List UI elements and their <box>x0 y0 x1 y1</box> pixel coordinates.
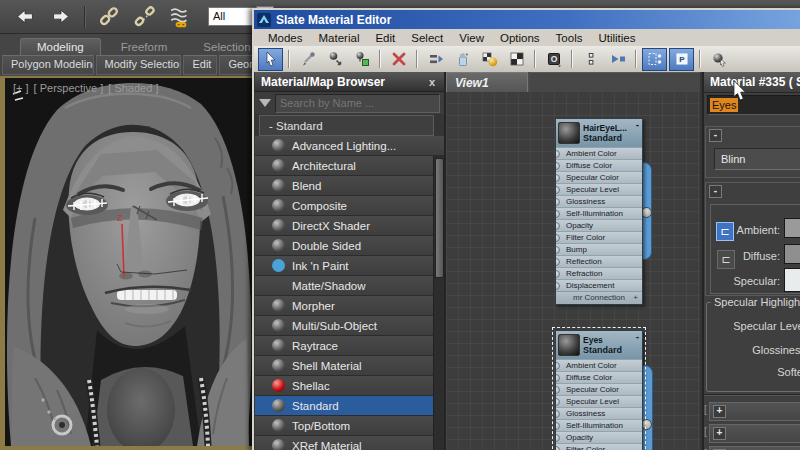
assign-material-to-selection-button[interactable] <box>349 48 374 71</box>
menu-item[interactable]: Utilities <box>590 32 643 44</box>
delete-selected-button[interactable] <box>386 48 411 71</box>
browser-item[interactable]: Shellac <box>255 376 444 396</box>
browser-item[interactable]: Raytrace <box>255 336 444 356</box>
node-input-slot[interactable]: Ambient Color <box>556 359 642 371</box>
undo-button[interactable] <box>10 4 40 30</box>
node-input-slot[interactable]: Self-Illumination <box>556 207 642 219</box>
expand-rollout-button[interactable]: + <box>713 405 726 418</box>
input-socket-icon[interactable] <box>556 422 560 430</box>
redo-button[interactable] <box>46 4 76 30</box>
collapsed-rollout-1[interactable]: + <box>709 402 800 421</box>
input-socket-icon[interactable] <box>556 198 560 206</box>
collapsed-rollout-2[interactable]: + <box>709 424 800 443</box>
input-socket-icon[interactable] <box>556 186 560 194</box>
hide-unused-nodeslots-toggle[interactable] <box>642 48 667 71</box>
show-map-in-viewport-button[interactable]: O <box>541 48 566 71</box>
menu-item[interactable]: Tools <box>548 32 591 44</box>
node-input-slot[interactable]: Opacity <box>556 431 642 443</box>
perspective-viewport[interactable]: [+ ][ Perspective ][ Shaded ] <box>0 76 252 450</box>
input-socket-icon[interactable] <box>556 362 560 370</box>
ribbon-panel-button[interactable]: Edit <box>183 55 217 75</box>
hair-node-header[interactable]: HairEyeL... Standard - <box>556 119 642 147</box>
browser-item[interactable]: Matte/Shadow <box>255 276 444 296</box>
close-icon[interactable]: x <box>426 76 438 88</box>
menu-item[interactable]: Material <box>311 32 368 44</box>
input-socket-icon[interactable] <box>556 150 560 158</box>
menu-item[interactable]: Edit <box>367 32 403 44</box>
node-input-slot[interactable]: Diffuse Color <box>556 371 642 383</box>
ambient-color-swatch[interactable] <box>784 218 800 238</box>
input-socket-icon[interactable] <box>556 398 560 406</box>
browser-item[interactable]: DirectX Shader <box>255 216 444 236</box>
node-input-slot[interactable]: Displacement <box>556 279 642 291</box>
input-socket-icon[interactable] <box>556 386 560 394</box>
node-input-slot[interactable]: Bump <box>556 243 642 255</box>
browser-item[interactable]: Multi/Sub-Object <box>255 316 444 336</box>
input-socket-icon[interactable] <box>556 446 560 450</box>
node-input-slot[interactable]: Filter Color <box>556 443 642 450</box>
node-input-slot[interactable]: Ambient Color <box>556 147 642 159</box>
browser-item[interactable]: Blend <box>255 176 444 196</box>
unlink-selection-icon[interactable] <box>130 4 160 30</box>
move-children-button[interactable] <box>423 48 448 71</box>
menu-item[interactable]: Modes <box>260 32 311 44</box>
browser-item[interactable]: Shell Material <box>255 356 444 376</box>
select-and-link-icon[interactable] <box>94 4 124 30</box>
show-background-button[interactable] <box>504 48 529 71</box>
input-socket-icon[interactable] <box>556 374 560 382</box>
node-input-slot[interactable]: Refraction <box>556 267 642 279</box>
node-input-slot[interactable]: Reflection <box>556 255 642 267</box>
eyes-node-header[interactable]: Eyes Standard - <box>556 331 642 359</box>
ribbon-panel-button[interactable]: Modify Selection <box>96 55 182 75</box>
browser-item[interactable]: Morpher <box>255 296 444 316</box>
menu-item[interactable]: Options <box>492 32 548 44</box>
browser-group-standard[interactable]: - Standard <box>259 115 434 136</box>
input-socket-icon[interactable] <box>556 162 560 170</box>
shader-type-dropdown[interactable]: Blinn <box>714 148 800 170</box>
browser-item[interactable]: Architectural <box>255 156 444 176</box>
selection-filter-value[interactable]: All <box>208 7 256 26</box>
viewport-label-segment[interactable]: [ Shaded ] <box>108 82 158 94</box>
browser-header[interactable]: Material/Map Browser x <box>255 72 444 92</box>
expand-rollout-button[interactable]: + <box>713 427 726 440</box>
browser-item[interactable]: Standard <box>255 396 444 416</box>
viewport-label-segment[interactable]: [+ ] <box>13 82 29 94</box>
parameter-editor-toggle[interactable]: P <box>669 48 694 71</box>
shader-rollout-collapse-button[interactable]: - <box>709 129 722 142</box>
bind-to-space-warp-icon[interactable] <box>166 4 196 30</box>
diffuse-color-swatch[interactable] <box>784 244 800 264</box>
select-tool-button[interactable] <box>258 48 283 71</box>
input-socket-icon[interactable] <box>556 258 560 266</box>
node-input-slot[interactable]: Filter Color <box>556 231 642 243</box>
collapsed-rollout-3[interactable]: + <box>709 446 800 450</box>
mr-connection-rollup[interactable]: mr Connection + <box>556 291 642 304</box>
ribbon-tab[interactable]: Modeling <box>20 38 101 55</box>
browser-item[interactable]: Advanced Lighting... <box>255 136 444 156</box>
node-input-slot[interactable]: Specular Level <box>556 183 642 195</box>
input-socket-icon[interactable] <box>556 410 560 418</box>
ribbon-tab[interactable]: Freeform <box>105 39 184 55</box>
material-name-field[interactable]: Eyes <box>707 95 800 115</box>
node-input-slot[interactable]: Specular Color <box>556 171 642 183</box>
specular-color-swatch[interactable] <box>784 268 800 292</box>
search-input[interactable] <box>275 94 440 113</box>
browser-scrollbar[interactable] <box>433 156 444 450</box>
input-socket-icon[interactable] <box>556 282 560 290</box>
input-socket-icon[interactable] <box>556 234 560 242</box>
browser-item[interactable]: Ink 'n Paint <box>255 256 444 276</box>
show-shaded-material-in-viewport-button[interactable] <box>477 48 502 71</box>
viewport-label-segment[interactable]: [ Perspective ] <box>34 82 104 94</box>
input-socket-icon[interactable] <box>556 434 560 442</box>
node-input-slot[interactable]: Specular Level <box>556 395 642 407</box>
slate-titlebar[interactable]: Slate Material Editor <box>254 10 800 29</box>
node-input-slot[interactable]: Opacity <box>556 219 642 231</box>
node-input-slot[interactable]: Diffuse Color <box>556 159 642 171</box>
input-socket-icon[interactable] <box>556 210 560 218</box>
node-input-slot[interactable]: Glossiness <box>556 195 642 207</box>
node-input-slot[interactable]: Glossiness <box>556 407 642 419</box>
layout-children-button[interactable] <box>605 48 630 71</box>
select-by-material-button[interactable] <box>706 48 731 71</box>
expand-icon[interactable]: + <box>633 292 638 304</box>
browser-options-arrow-icon[interactable] <box>259 99 271 107</box>
hair-material-node[interactable]: HairEyeL... Standard - Ambient Color <box>555 118 643 305</box>
